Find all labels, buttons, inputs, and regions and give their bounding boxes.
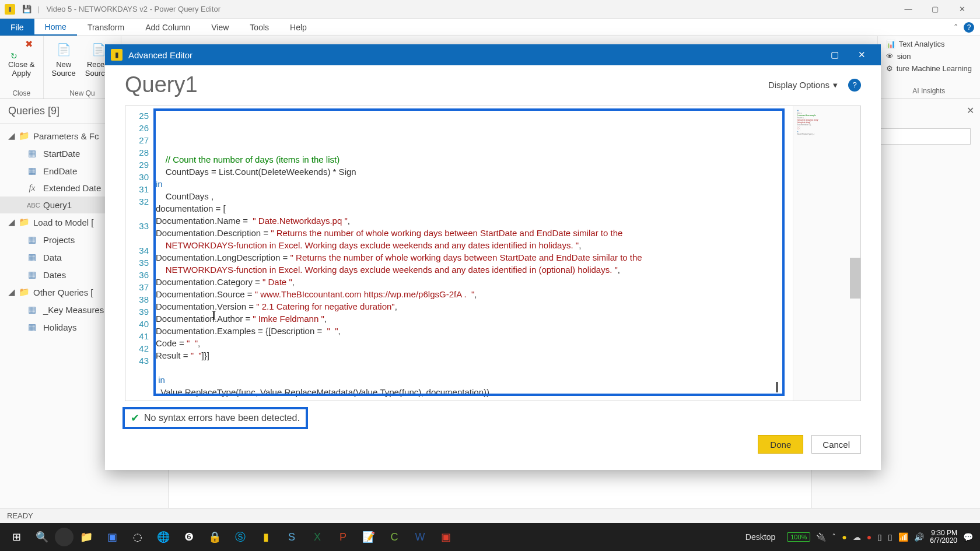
wifi-icon[interactable]: 📶 bbox=[898, 532, 908, 542]
file-tab[interactable]: File bbox=[0, 19, 34, 36]
taskbar-app-2[interactable]: ◌ bbox=[125, 525, 150, 549]
app-titlebar: ▮ 💾 | Video 5 - NETWORKDAYS v2 - Power Q… bbox=[0, 0, 980, 19]
query-item-icon: ▦ bbox=[27, 234, 37, 245]
vision-icon: 👁 bbox=[886, 52, 894, 61]
battery-indicator: 100% bbox=[787, 532, 810, 542]
start-button[interactable]: ⊞ bbox=[4, 525, 29, 549]
new-source-button[interactable]: 📄 New Source bbox=[50, 38, 78, 79]
taskbar-app-red[interactable]: ▣ bbox=[433, 525, 459, 549]
query-item-label: StartDate bbox=[43, 149, 80, 159]
code-editor[interactable]: 25262728293031323334353637383940414243 I… bbox=[125, 106, 861, 401]
query-item-icon: ▦ bbox=[27, 269, 37, 280]
chevron-down-icon: ▾ bbox=[833, 80, 838, 90]
tray-icon-4[interactable]: ▯ bbox=[877, 532, 882, 542]
tray-icon-1[interactable]: ● bbox=[842, 532, 846, 542]
query-item-label: Query1 bbox=[43, 200, 72, 210]
ribbon-group-ai: 📊Text Analytics 👁sion ⚙ture Machine Lear… bbox=[877, 36, 980, 99]
query-item-icon: fx bbox=[27, 183, 37, 193]
editor-code-area[interactable]: I // Count the number of days (items in … bbox=[153, 106, 793, 401]
search-icon[interactable]: 🔍 bbox=[29, 525, 55, 549]
zoom-icon[interactable]: ▣ bbox=[99, 525, 125, 549]
save-icon[interactable]: 💾 bbox=[22, 5, 32, 13]
vision-button[interactable]: 👁sion bbox=[886, 52, 972, 61]
folder-icon: 📁 bbox=[19, 287, 30, 297]
cancel-button[interactable]: Cancel bbox=[811, 435, 861, 454]
query-item-icon: ▦ bbox=[27, 148, 37, 159]
close-apply-button[interactable]: ✖ ↻ Close & Apply bbox=[6, 38, 37, 79]
taskbar-clock[interactable]: 9:30 PM 6/7/2020 bbox=[930, 529, 957, 545]
dialog-maximize-button[interactable]: ▢ bbox=[821, 44, 848, 65]
editor-caret bbox=[776, 382, 778, 392]
text-cursor-icon: I bbox=[212, 308, 216, 323]
taskbar-app-4[interactable]: 🔒 bbox=[202, 525, 228, 549]
status-text: READY bbox=[7, 511, 33, 520]
powerbi-icon[interactable]: ▮ bbox=[253, 525, 279, 549]
notepad-icon[interactable]: 📝 bbox=[356, 525, 382, 549]
query-item-icon: ▦ bbox=[27, 304, 37, 315]
app-icon: ▮ bbox=[5, 4, 15, 15]
tray-icon-3[interactable]: ● bbox=[867, 532, 872, 542]
titlebar-separator: | bbox=[37, 5, 39, 13]
tray-chevron-icon[interactable]: ˄ bbox=[832, 532, 836, 542]
new-source-icon: 📄 bbox=[54, 40, 74, 59]
tab-home[interactable]: Home bbox=[34, 19, 77, 36]
azure-ml-button[interactable]: ⚙ture Machine Learning bbox=[886, 64, 972, 73]
tray-icon-2[interactable]: ☁ bbox=[853, 532, 861, 542]
syntax-status: ✔ No syntax errors have been detected. bbox=[123, 407, 308, 429]
ribbon-group-label-close: Close bbox=[12, 88, 30, 97]
window-minimize-button[interactable]: — bbox=[895, 0, 922, 19]
text-analytics-button[interactable]: 📊Text Analytics bbox=[886, 40, 972, 48]
query-item-label: Projects bbox=[43, 235, 75, 245]
group-label: Load to Model [ bbox=[33, 217, 93, 227]
power-icon[interactable]: 🔌 bbox=[816, 532, 826, 542]
volume-icon[interactable]: 🔊 bbox=[914, 532, 924, 542]
query-item-icon: ▦ bbox=[27, 252, 37, 262]
query-item-label: Extended Date bbox=[43, 183, 101, 193]
notifications-icon[interactable]: 💬 bbox=[963, 532, 973, 542]
dialog-help-icon[interactable]: ? bbox=[848, 79, 861, 92]
fold-icon: ◢ bbox=[8, 287, 15, 297]
taskbar-app-3[interactable]: ❻ bbox=[176, 525, 202, 549]
done-button[interactable]: Done bbox=[758, 435, 803, 454]
query-item-label: Holidays bbox=[43, 322, 77, 332]
text-analytics-icon: 📊 bbox=[886, 40, 895, 48]
snagit-icon[interactable]: S bbox=[279, 525, 304, 549]
query-item-icon: ▦ bbox=[27, 166, 37, 176]
query-item-label: Dates bbox=[43, 270, 66, 280]
display-options-dropdown[interactable]: Display Options▾ bbox=[768, 80, 838, 90]
file-explorer-icon[interactable]: 📁 bbox=[74, 525, 99, 549]
tab-help[interactable]: Help bbox=[279, 19, 317, 36]
tab-transform[interactable]: Transform bbox=[77, 19, 135, 36]
window-maximize-button[interactable]: ▢ bbox=[922, 0, 949, 19]
tray-icon-5[interactable]: ▯ bbox=[888, 532, 892, 542]
fold-icon: ◢ bbox=[8, 131, 15, 141]
minimap-content: let func = // comment lines sample Sourc… bbox=[793, 106, 860, 139]
checkmark-icon: ✔ bbox=[131, 412, 139, 424]
query-item-icon: ▦ bbox=[27, 322, 37, 332]
query-item-label: Data bbox=[43, 252, 62, 262]
editor-minimap[interactable]: let func = // comment lines sample Sourc… bbox=[793, 106, 860, 401]
window-title: Video 5 - NETWORKDAYS v2 - Power Query E… bbox=[46, 5, 220, 13]
tab-add-column[interactable]: Add Column bbox=[135, 19, 201, 36]
tab-tools[interactable]: Tools bbox=[239, 19, 279, 36]
chrome-icon[interactable]: 🌐 bbox=[150, 525, 176, 549]
ribbon-collapse-icon[interactable]: ˄ bbox=[954, 23, 958, 32]
dialog-close-button[interactable]: ✕ bbox=[848, 44, 875, 65]
ribbon-help-icon[interactable]: ? bbox=[964, 22, 974, 33]
taskbar-app-1[interactable] bbox=[55, 528, 74, 546]
pane-close-icon[interactable]: ✕ bbox=[967, 105, 974, 116]
minimap-scroll-thumb[interactable] bbox=[850, 258, 860, 299]
camtasia-icon[interactable]: C bbox=[382, 525, 407, 549]
fold-icon: ◢ bbox=[8, 217, 15, 227]
word-icon[interactable]: W bbox=[407, 525, 433, 549]
editor-gutter: 25262728293031323334353637383940414243 bbox=[125, 106, 153, 401]
window-close-button[interactable]: ✕ bbox=[949, 0, 975, 19]
show-desktop-label[interactable]: Desktop bbox=[746, 532, 775, 542]
tab-view[interactable]: View bbox=[201, 19, 239, 36]
excel-icon[interactable]: X bbox=[304, 525, 330, 549]
skype-icon[interactable]: Ⓢ bbox=[228, 525, 253, 549]
query-item-icon: ABC bbox=[27, 202, 37, 209]
powerpoint-icon[interactable]: P bbox=[330, 525, 356, 549]
close-apply-icon: ✖ ↻ bbox=[12, 40, 32, 59]
dialog-header: Query1 Display Options▾ ? bbox=[105, 65, 881, 102]
